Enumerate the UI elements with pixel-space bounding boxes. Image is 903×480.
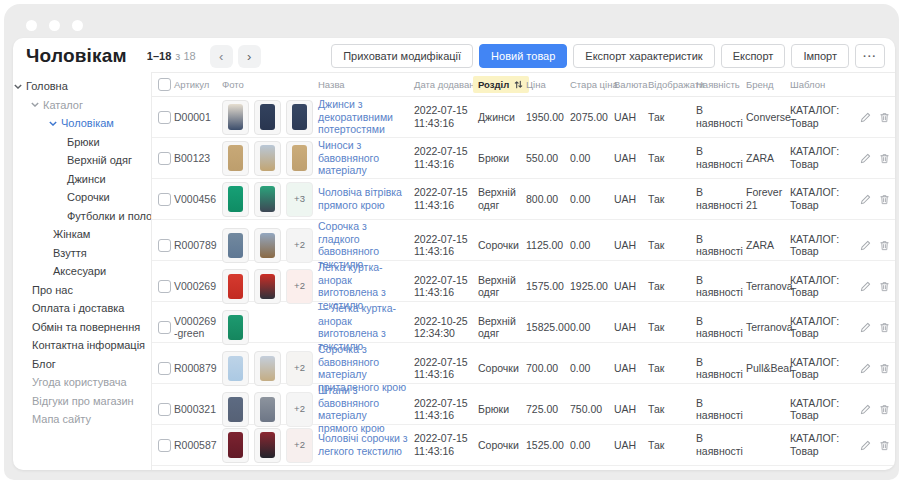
sidebar-item[interactable]: Обмін та повернення xyxy=(13,318,151,337)
availability-cell: В наявності xyxy=(696,315,746,340)
product-name-link[interactable]: Джинси з декоративними потертостями xyxy=(318,98,393,135)
product-name-link[interactable]: Штани з бавовняного матеріалу прямого кр… xyxy=(318,384,385,434)
delete-icon[interactable] xyxy=(879,194,890,205)
sidebar-item-label: Жінкам xyxy=(53,228,90,240)
product-photo[interactable] xyxy=(254,351,281,386)
product-photo[interactable] xyxy=(222,100,249,135)
product-photo[interactable] xyxy=(222,392,249,427)
sidebar-item[interactable]: Головна xyxy=(13,77,151,96)
row-checkbox[interactable] xyxy=(158,362,171,375)
product-photo[interactable] xyxy=(222,182,249,217)
sidebar-item[interactable]: Жінкам xyxy=(13,225,151,244)
more-photos-badge[interactable]: +2 xyxy=(286,228,313,263)
product-photo[interactable] xyxy=(222,228,249,263)
product-photo[interactable] xyxy=(222,310,249,345)
more-photos-badge[interactable]: +3 xyxy=(286,182,313,217)
sidebar-item[interactable]: Футболки и поло xyxy=(13,207,151,226)
edit-icon[interactable] xyxy=(860,363,871,374)
header-action-button[interactable]: Приховати модифікації xyxy=(331,44,473,68)
sidebar-item[interactable]: Про нас xyxy=(13,281,151,300)
window-maximize-icon[interactable] xyxy=(72,20,83,31)
delete-icon[interactable] xyxy=(879,404,890,415)
header-action-button[interactable]: ··· xyxy=(855,44,885,68)
product-photo[interactable] xyxy=(222,269,249,304)
product-photo[interactable] xyxy=(286,100,313,135)
product-name-link[interactable]: Чоловічі сорочки з легкого текстилю xyxy=(318,432,408,457)
sidebar-item[interactable]: Брюки xyxy=(13,133,151,152)
next-page-button[interactable]: › xyxy=(238,45,261,68)
product-photo[interactable] xyxy=(254,100,281,135)
sidebar-item-label: Взуття xyxy=(53,247,87,259)
sidebar-item[interactable]: Сорочки xyxy=(13,188,151,207)
product-photo[interactable] xyxy=(254,428,281,463)
edit-icon[interactable] xyxy=(860,440,871,451)
display-cell: Так xyxy=(648,111,696,124)
currency-cell: UAH xyxy=(614,280,648,293)
sidebar-item[interactable]: Верхній одяг xyxy=(13,151,151,170)
product-photo[interactable] xyxy=(222,351,249,386)
row-checkbox[interactable] xyxy=(158,193,171,206)
sidebar-item[interactable]: Відгуки про магазин xyxy=(13,392,151,411)
delete-icon[interactable] xyxy=(879,440,890,451)
header-action-button[interactable]: Новий товар xyxy=(479,44,567,68)
header-action-button[interactable]: Експорт xyxy=(721,44,786,68)
sidebar-item[interactable]: Контактна інформація xyxy=(13,336,151,355)
more-photos-badge[interactable]: +2 xyxy=(286,392,313,427)
prev-page-button[interactable]: ‹ xyxy=(210,45,233,68)
product-photo[interactable] xyxy=(222,141,249,176)
sidebar-item[interactable]: Каталог xyxy=(13,96,151,115)
more-photos-badge[interactable]: +2 xyxy=(286,269,313,304)
product-photo[interactable] xyxy=(254,182,281,217)
row-checkbox[interactable] xyxy=(158,152,171,165)
window-close-icon[interactable] xyxy=(26,20,37,31)
delete-icon[interactable] xyxy=(879,153,890,164)
table-row: R000879 xyxy=(152,343,895,384)
edit-icon[interactable] xyxy=(860,240,871,251)
sidebar-item[interactable]: Оплата і доставка xyxy=(13,299,151,318)
article-cell: V000269 xyxy=(174,280,222,293)
edit-icon[interactable] xyxy=(860,194,871,205)
row-checkbox[interactable] xyxy=(158,321,171,334)
sidebar-item[interactable]: Угода користувача xyxy=(13,373,151,392)
row-checkbox[interactable] xyxy=(158,239,171,252)
more-photos-badge[interactable]: +2 xyxy=(286,428,313,463)
date-added-cell: 2022-07-15 11:43:16 xyxy=(414,104,478,129)
sidebar-item[interactable]: Джинси xyxy=(13,170,151,189)
sidebar-item[interactable]: Аксесуари xyxy=(13,262,151,281)
product-photo[interactable] xyxy=(254,269,281,304)
product-photo[interactable] xyxy=(254,141,281,176)
product-photo[interactable] xyxy=(254,228,281,263)
product-name-link[interactable]: Чоловіча вітрівка прямого крою xyxy=(318,186,402,211)
row-checkbox[interactable] xyxy=(158,280,171,293)
sidebar-item[interactable]: Взуття xyxy=(13,244,151,263)
product-name-link[interactable]: Чиноси з бавовняного матеріалу xyxy=(318,139,379,176)
sidebar-item[interactable]: Мапа сайту xyxy=(13,410,151,429)
product-photo[interactable] xyxy=(254,392,281,427)
more-photos-badge[interactable]: +2 xyxy=(286,351,313,386)
product-photo[interactable] xyxy=(286,141,313,176)
delete-icon[interactable] xyxy=(879,112,890,123)
product-photo[interactable] xyxy=(222,428,249,463)
row-checkbox[interactable] xyxy=(158,111,171,124)
delete-icon[interactable] xyxy=(879,363,890,374)
row-checkbox[interactable] xyxy=(158,403,171,416)
price-cell: 1575.00 xyxy=(526,280,570,293)
delete-icon[interactable] xyxy=(879,322,890,333)
window-minimize-icon[interactable] xyxy=(49,20,60,31)
header-action-button[interactable]: Імпорт xyxy=(791,44,849,68)
display-cell: Так xyxy=(648,193,696,206)
edit-icon[interactable] xyxy=(860,112,871,123)
header-action-button[interactable]: Експорт характеристик xyxy=(573,44,714,68)
delete-icon[interactable] xyxy=(879,240,890,251)
edit-icon[interactable] xyxy=(860,322,871,333)
select-all-checkbox[interactable] xyxy=(158,78,171,91)
sidebar-item[interactable]: Чоловікам xyxy=(13,114,151,133)
edit-icon[interactable] xyxy=(860,153,871,164)
delete-icon[interactable] xyxy=(879,281,890,292)
template-cell: КАТАЛОГ: Товар xyxy=(790,432,852,457)
edit-icon[interactable] xyxy=(860,281,871,292)
edit-icon[interactable] xyxy=(860,404,871,415)
col-header-section-sorted[interactable]: Розділ xyxy=(473,76,529,93)
row-checkbox[interactable] xyxy=(158,439,171,452)
sidebar-item[interactable]: Блог xyxy=(13,355,151,374)
